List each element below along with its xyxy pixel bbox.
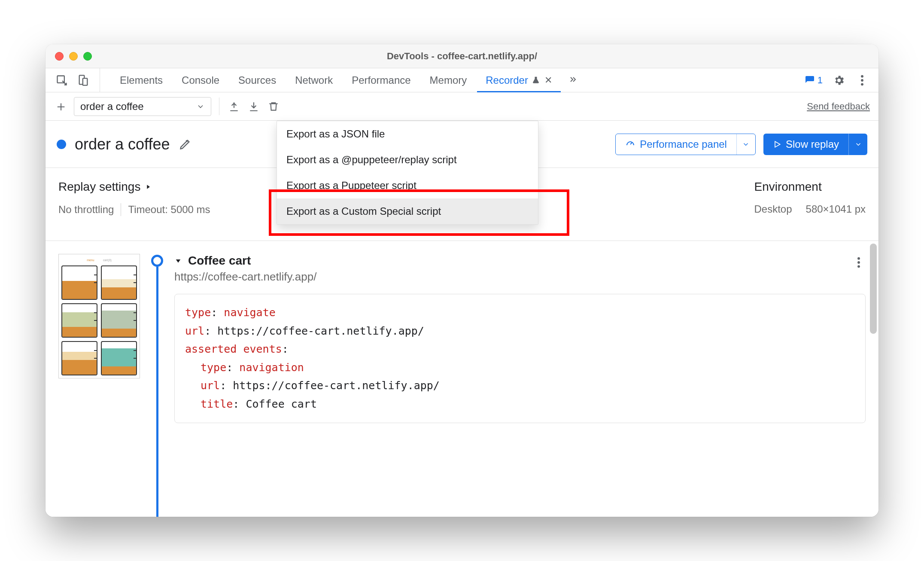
new-recording-icon[interactable]: ＋ bbox=[54, 100, 68, 113]
experiment-icon bbox=[532, 76, 540, 85]
gauge-icon bbox=[625, 139, 635, 149]
scrollbar[interactable] bbox=[870, 244, 877, 334]
svg-point-7 bbox=[857, 261, 860, 264]
export-icon[interactable] bbox=[247, 100, 261, 113]
recording-header: order a coffee Export as a JSON file Exp… bbox=[46, 121, 878, 168]
timeline-line bbox=[156, 267, 158, 517]
tab-recorder[interactable]: Recorder ✕ bbox=[476, 68, 562, 92]
environment-device: Desktop bbox=[754, 203, 792, 215]
titlebar: DevTools - coffee-cart.netlify.app/ bbox=[46, 44, 878, 68]
kebab-menu-icon[interactable] bbox=[855, 73, 869, 87]
play-icon bbox=[773, 140, 781, 149]
inspect-element-icon[interactable] bbox=[55, 73, 69, 87]
tab-sources[interactable]: Sources bbox=[229, 68, 286, 92]
step-screenshot-thumb[interactable]: menucart(0) bbox=[58, 254, 140, 378]
slow-replay-button[interactable]: Slow replay bbox=[763, 134, 867, 155]
throttling-value: No throttling bbox=[58, 204, 114, 216]
send-feedback-link[interactable]: Send feedback bbox=[807, 101, 870, 112]
step-title: Coffee cart bbox=[188, 254, 251, 268]
timeout-value: Timeout: 5000 ms bbox=[128, 204, 210, 216]
svg-point-8 bbox=[857, 265, 860, 268]
device-toolbar-icon[interactable] bbox=[76, 73, 90, 87]
slow-replay-label: Slow replay bbox=[786, 138, 839, 150]
export-menu: Export as a JSON file Export as a @puppe… bbox=[277, 121, 538, 225]
import-icon[interactable] bbox=[227, 100, 241, 113]
svg-point-4 bbox=[861, 79, 863, 82]
delete-icon[interactable] bbox=[267, 100, 280, 113]
recording-selector-label: order a coffee bbox=[80, 101, 144, 113]
performance-panel-label: Performance panel bbox=[640, 138, 727, 150]
edit-title-icon[interactable] bbox=[178, 137, 192, 151]
tab-memory[interactable]: Memory bbox=[420, 68, 477, 92]
more-tabs-button[interactable] bbox=[562, 68, 584, 92]
environment-title: Environment bbox=[754, 180, 866, 194]
issues-count: 1 bbox=[818, 75, 823, 86]
performance-panel-caret[interactable] bbox=[736, 134, 755, 155]
export-puppeteer-item[interactable]: Export as a Puppeteer script bbox=[277, 173, 538, 198]
devtools-tabs: Elements Console Sources Network Perform… bbox=[46, 68, 878, 92]
slow-replay-caret[interactable] bbox=[848, 134, 867, 155]
recording-indicator-icon bbox=[57, 140, 66, 149]
export-puppeteer-replay-item[interactable]: Export as a @puppeteer/replay script bbox=[277, 147, 538, 173]
performance-panel-button[interactable]: Performance panel bbox=[615, 134, 756, 155]
environment-viewport: 580×1041 px bbox=[806, 203, 866, 215]
export-json-item[interactable]: Export as a JSON file bbox=[277, 121, 538, 147]
svg-point-6 bbox=[857, 257, 860, 260]
tab-network[interactable]: Network bbox=[286, 68, 342, 92]
tab-performance[interactable]: Performance bbox=[342, 68, 420, 92]
step-header[interactable]: Coffee cart bbox=[174, 254, 866, 268]
tab-console[interactable]: Console bbox=[172, 68, 229, 92]
svg-rect-2 bbox=[83, 78, 88, 85]
close-tab-icon[interactable]: ✕ bbox=[544, 75, 552, 86]
devtools-window: DevTools - coffee-cart.netlify.app/ bbox=[46, 44, 878, 517]
step-url: https://coffee-cart.netlify.app/ bbox=[174, 270, 866, 284]
tab-elements[interactable]: Elements bbox=[110, 68, 172, 92]
step-kebab-icon[interactable] bbox=[857, 256, 860, 268]
step-code-card: type: navigate url: https://coffee-cart.… bbox=[174, 294, 866, 423]
caret-right-icon bbox=[145, 183, 152, 190]
steps-area: menucart(0) bbox=[46, 241, 878, 517]
recorder-toolbar: ＋ order a coffee Send feedback bbox=[46, 92, 878, 121]
caret-down-icon bbox=[174, 257, 182, 265]
window-title: DevTools - coffee-cart.netlify.app/ bbox=[46, 51, 878, 62]
issues-button[interactable]: 1 bbox=[805, 75, 823, 86]
recording-selector[interactable]: order a coffee bbox=[74, 97, 211, 116]
svg-point-3 bbox=[861, 75, 863, 77]
recording-title: order a coffee bbox=[75, 135, 170, 153]
chevron-down-icon bbox=[196, 102, 205, 111]
timeline-node bbox=[151, 255, 163, 267]
settings-icon[interactable] bbox=[832, 73, 846, 87]
export-custom-special-item[interactable]: Export as a Custom Special script bbox=[277, 198, 538, 224]
svg-point-5 bbox=[861, 83, 863, 85]
